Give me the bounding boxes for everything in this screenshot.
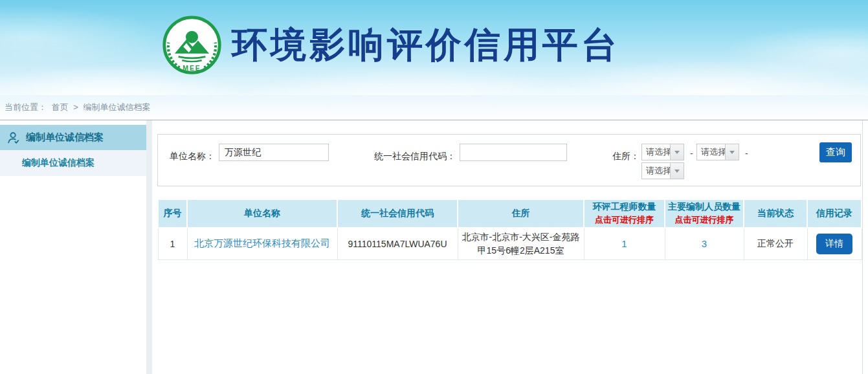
sidebar: 编制单位诚信档案 编制单位诚信档案	[0, 120, 146, 374]
breadcrumb-separator: >	[73, 102, 78, 112]
breadcrumb-label: 当前位置：	[5, 102, 47, 112]
address-dash-1: -	[690, 148, 693, 159]
search-panel: 单位名称： 统一社会信用代码： 住所： 请选择 - 请选择 - 请选择 查询	[157, 134, 861, 186]
unit-name-input[interactable]	[219, 144, 329, 161]
breadcrumb: 当前位置： 首页 > 编制单位诚信档案	[0, 95, 868, 120]
col-address: 住所	[458, 199, 584, 228]
company-name-link[interactable]: 北京万源世纪环保科技有限公司	[194, 237, 330, 248]
row-index: 1	[158, 228, 187, 259]
col-credit-code: 统一社会信用代码	[337, 199, 458, 228]
table-row: 1 北京万源世纪环保科技有限公司 91110115MA7LWUA76U 北京市-…	[158, 228, 862, 259]
col-credit-record: 信用记录	[807, 199, 862, 228]
address-dash-2: -	[745, 148, 748, 159]
unit-name-label: 单位名称：	[167, 151, 215, 162]
address-city-value: 请选择	[697, 144, 725, 160]
query-button[interactable]: 查询	[819, 142, 852, 162]
svg-text:MEE: MEE	[183, 65, 201, 72]
col-engineer-count-sortable[interactable]: 环评工程师数量 点击可进行排序	[584, 199, 665, 228]
address-label: 住所：	[585, 151, 640, 162]
address-province-value: 请选择	[642, 144, 670, 160]
address-district-select[interactable]: 请选择	[641, 162, 684, 179]
sidebar-item-unit-credit-archive[interactable]: 编制单位诚信档案	[0, 125, 146, 150]
detail-button[interactable]: 详情	[816, 234, 852, 254]
chevron-down-icon[interactable]	[670, 163, 684, 179]
content-region: 编制单位诚信档案 编制单位诚信档案 单位名称： 统一社会信用代码： 住所： 请选…	[0, 120, 868, 374]
main-content: 单位名称： 统一社会信用代码： 住所： 请选择 - 请选择 - 请选择 查询	[152, 120, 863, 374]
credit-code-value: 91110115MA7LWUA76U	[337, 228, 458, 259]
credit-code-input[interactable]	[460, 144, 567, 161]
address-city-select[interactable]: 请选择	[696, 144, 739, 160]
chevron-down-icon[interactable]	[670, 144, 684, 160]
col-staff-count-sortable[interactable]: 主要编制人员数量 点击可进行排序	[665, 199, 744, 228]
breadcrumb-current: 编制单位诚信档案	[83, 102, 150, 112]
sidebar-divider	[146, 120, 152, 374]
mee-logo-icon: MEE	[161, 14, 223, 76]
staff-count-link[interactable]: 3	[702, 238, 707, 249]
person-check-icon	[6, 131, 21, 145]
col-status: 当前状态	[744, 199, 807, 228]
site-header: MEE 环境影响评价信用平台	[0, 0, 868, 95]
page-title: 环境影响评价信用平台	[232, 21, 620, 69]
sort-hint: 点击可进行排序	[587, 214, 662, 226]
sidebar-subitem-unit-credit-archive[interactable]: 编制单位诚信档案	[0, 150, 146, 176]
sort-hint: 点击可进行排序	[668, 214, 740, 226]
chevron-down-icon[interactable]	[725, 144, 739, 160]
engineer-count-link[interactable]: 1	[621, 238, 627, 249]
sidebar-subitem-label: 编制单位诚信档案	[22, 157, 95, 169]
address-value: 北京市-北京市-大兴区-金苑路甲15号6幢2层A215室	[458, 228, 584, 259]
col-index: 序号	[158, 199, 187, 228]
table-header-row: 序号 单位名称 统一社会信用代码 住所 环评工程师数量 点击可进行排序 主要编制…	[158, 199, 862, 228]
breadcrumb-home-link[interactable]: 首页	[52, 102, 69, 112]
col-unit-name: 单位名称	[187, 199, 337, 228]
address-province-select[interactable]: 请选择	[641, 144, 684, 160]
brand: MEE 环境影响评价信用平台	[161, 14, 620, 76]
address-district-value: 请选择	[642, 163, 670, 179]
results-table: 序号 单位名称 统一社会信用代码 住所 环评工程师数量 点击可进行排序 主要编制…	[157, 199, 862, 260]
credit-code-label: 统一社会信用代码：	[352, 151, 456, 162]
status-value: 正常公开	[744, 228, 807, 259]
sidebar-item-label: 编制单位诚信档案	[26, 131, 104, 144]
